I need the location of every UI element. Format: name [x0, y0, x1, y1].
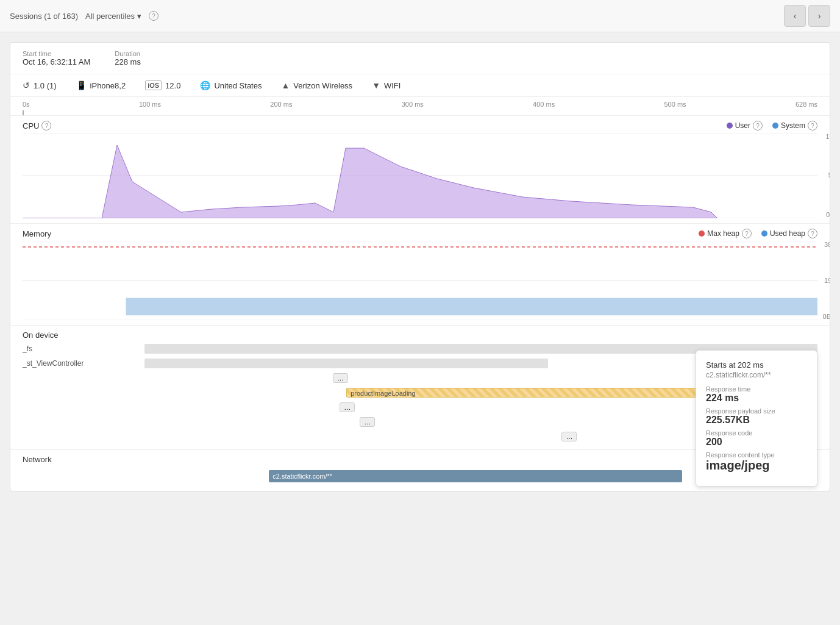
content-type-label: Response content type [706, 451, 807, 459]
response-time-label: Response time [706, 385, 807, 393]
cpu-y-bot: 0% [826, 211, 830, 218]
memory-legend: Max heap ? Used heap ? [699, 229, 817, 238]
country-label: United States [214, 81, 262, 90]
cpu-y-top: 191.46 % [826, 133, 830, 140]
code-value: 200 [706, 437, 807, 448]
phone-icon: 📱 [76, 80, 87, 90]
percentiles-dropdown[interactable]: All percentiles ▾ [85, 12, 141, 21]
on-device-title: On device [10, 326, 830, 342]
session-header: Start time Oct 16, 6:32:11 AM Duration 2… [10, 43, 830, 74]
used-heap-bar [126, 298, 817, 316]
memory-y-mid: 19.41 MB [824, 277, 830, 285]
version-info: ↺ 1.0 (1) [23, 80, 57, 90]
memory-y-bot: 0B [823, 313, 830, 320]
prev-session-button[interactable]: ‹ [784, 5, 806, 27]
user-help-icon[interactable]: ? [753, 121, 763, 130]
system-help-icon[interactable]: ? [808, 121, 817, 130]
product-image-loading-bar[interactable]: productImageLoading [346, 388, 716, 398]
system-dot [772, 123, 778, 129]
payload-label: Response payload size [706, 407, 807, 415]
memory-chart-container: 38.83 MB 19.41 MB 0B [23, 241, 817, 320]
os-info: iOS 12.0 [145, 80, 180, 90]
country-info: 🌐 United States [200, 80, 262, 90]
timeline-ruler: 0s 100 ms 200 ms 300 ms 400 ms 500 ms 62… [10, 97, 830, 116]
max-heap-help-icon[interactable]: ? [742, 229, 752, 238]
device-info-bar: ↺ 1.0 (1) 📱 iPhone8,2 iOS 12.0 🌐 United … [10, 74, 830, 97]
content-type-value: image/jpeg [706, 459, 807, 473]
cpu-chart-svg [23, 133, 817, 218]
trace-bar-stvc [144, 359, 548, 368]
start-time-label: Start time [23, 50, 90, 57]
code-label: Response code [706, 429, 807, 437]
tooltip-card: Starts at 202 ms c2.staticflickr.com/** … [696, 350, 817, 487]
device-model-label: iPhone8,2 [90, 81, 126, 90]
device-model-info: 📱 iPhone8,2 [76, 80, 126, 90]
ruler-200: 200 ms [270, 101, 292, 108]
os-version-label: 12.0 [165, 81, 180, 90]
response-time-value: 224 ms [706, 393, 807, 404]
start-time-field: Start time Oct 16, 6:32:11 AM [23, 50, 90, 66]
memory-chart-svg [23, 241, 817, 320]
duration-value: 228 ms [115, 57, 141, 66]
used-heap-dot [761, 230, 767, 237]
ios-icon: iOS [145, 80, 162, 90]
cpu-title: CPU ? [23, 121, 51, 130]
expand-btn-3[interactable]: … [360, 417, 375, 427]
duration-field: Duration 228 ms [115, 50, 141, 66]
chevron-left-icon: ‹ [794, 11, 797, 21]
cpu-y-mid: 95.73% [828, 171, 830, 179]
wifi-info: ▼ WIFI [372, 80, 400, 90]
version-label: 1.0 (1) [34, 81, 57, 90]
trace-label-stvc: _st_ViewController [23, 359, 144, 368]
help-icon[interactable]: ? [149, 11, 158, 21]
payload-value: 225.57KB [706, 415, 807, 426]
sessions-label: Sessions (1 of 163) [10, 12, 78, 21]
memory-section: Memory Max heap ? Used heap ? [10, 224, 830, 326]
used-heap-help-icon[interactable]: ? [808, 229, 817, 238]
on-device-section: On device _fs _st_ViewController … [10, 326, 830, 450]
ruler-labels: 0s 100 ms 200 ms 300 ms 400 ms 500 ms 62… [23, 101, 817, 110]
cpu-legend: User ? System ? [727, 121, 817, 130]
start-time-value: Oct 16, 6:32:11 AM [23, 57, 90, 66]
wifi-label: WIFI [384, 81, 400, 90]
tooltip-content-type: Response content type image/jpeg [706, 451, 807, 473]
memory-title: Memory [23, 229, 51, 238]
expand-btn-2[interactable]: … [340, 402, 355, 412]
ruler-400: 400 ms [533, 101, 555, 108]
network-bar[interactable]: c2.staticflickr.com/** [269, 470, 682, 482]
globe-icon: 🌐 [200, 80, 210, 90]
signal-icon: ▲ [281, 80, 290, 90]
ruler-300: 300 ms [402, 101, 424, 108]
tooltip-response-time: Response time 224 ms [706, 385, 807, 404]
ruler-100: 100 ms [139, 101, 161, 108]
memory-legend-max-heap: Max heap ? [699, 229, 752, 238]
wifi-icon: ▼ [372, 80, 380, 90]
expand-btn-4[interactable]: … [561, 432, 577, 441]
ruler-0: 0s [23, 101, 30, 108]
top-bar-left: Sessions (1 of 163) All percentiles ▾ ? [10, 11, 777, 21]
expand-btn-1[interactable]: … [333, 373, 348, 383]
next-session-button[interactable]: › [808, 5, 830, 27]
cpu-user-area [23, 145, 717, 218]
network-bar-label: c2.staticflickr.com/** [272, 473, 332, 480]
carrier-label: Verizon Wireless [293, 81, 352, 90]
trace-label-fs: _fs [23, 345, 144, 353]
carrier-info: ▲ Verizon Wireless [281, 80, 352, 90]
chevron-down-icon: ▾ [137, 12, 141, 21]
memory-y-top: 38.83 MB [824, 241, 830, 249]
cpu-help-icon[interactable]: ? [41, 121, 51, 130]
nav-buttons: ‹ › [784, 5, 830, 27]
memory-legend-used-heap: Used heap ? [761, 229, 817, 238]
cpu-legend-user: User ? [727, 121, 763, 130]
version-icon: ↺ [23, 80, 30, 90]
cpu-section-header: CPU ? User ? System ? [10, 116, 830, 133]
duration-label: Duration [115, 50, 141, 57]
product-bar-label: productImageLoading [347, 390, 415, 397]
cpu-chart-container: 191.46 % 95.73% 0% [23, 133, 817, 218]
user-dot [727, 123, 733, 129]
top-bar: Sessions (1 of 163) All percentiles ▾ ? … [0, 0, 840, 32]
tooltip-code: Response code 200 [706, 429, 807, 448]
tooltip-payload: Response payload size 225.57KB [706, 407, 807, 426]
chevron-right-icon: › [818, 11, 821, 21]
cpu-legend-system: System ? [772, 121, 817, 130]
